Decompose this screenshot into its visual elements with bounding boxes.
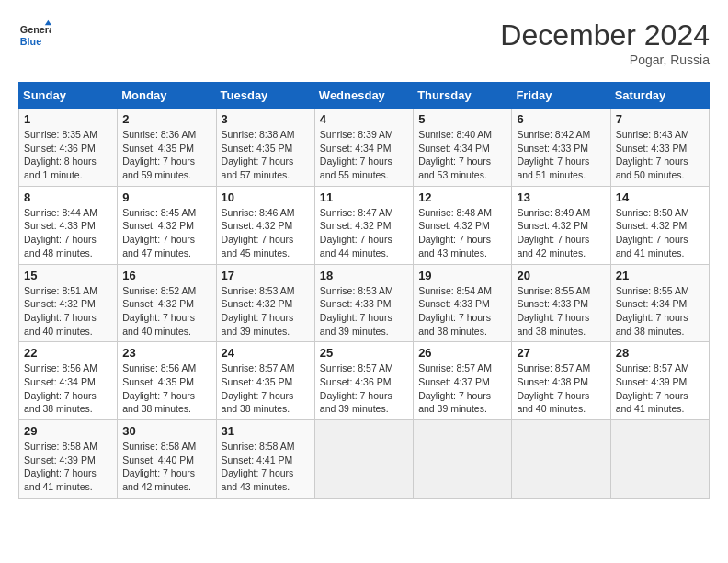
day-info: Sunrise: 8:58 AMSunset: 4:40 PMDaylight:… [122,440,210,494]
calendar-cell: 8Sunrise: 8:44 AMSunset: 4:33 PMDaylight… [19,186,118,264]
calendar-week-4: 22Sunrise: 8:56 AMSunset: 4:34 PMDayligh… [19,342,710,420]
day-number: 6 [517,112,605,126]
day-info: Sunrise: 8:35 AMSunset: 4:36 PMDaylight:… [24,128,112,182]
day-number: 18 [320,269,408,282]
calendar-cell: 26Sunrise: 8:57 AMSunset: 4:37 PMDayligh… [414,342,512,420]
svg-text:Blue: Blue [20,36,41,47]
calendar-cell: 2Sunrise: 8:36 AMSunset: 4:35 PMDaylight… [118,109,216,187]
page-title: December 2024 [500,18,710,52]
calendar-cell: 5Sunrise: 8:40 AMSunset: 4:34 PMDaylight… [414,109,512,187]
calendar-cell: 22Sunrise: 8:56 AMSunset: 4:34 PMDayligh… [19,342,118,420]
calendar-cell: 29Sunrise: 8:58 AMSunset: 4:39 PMDayligh… [19,420,118,499]
day-number: 16 [122,269,210,282]
day-info: Sunrise: 8:57 AMSunset: 4:35 PMDaylight:… [222,362,310,416]
day-info: Sunrise: 8:50 AMSunset: 4:32 PMDaylight:… [616,206,704,260]
calendar-week-1: 1Sunrise: 8:35 AMSunset: 4:36 PMDaylight… [19,109,710,187]
day-info: Sunrise: 8:55 AMSunset: 4:34 PMDaylight:… [616,284,704,339]
day-number: 11 [320,190,408,204]
day-header-saturday: Saturday [610,83,709,109]
day-number: 13 [517,190,605,204]
day-number: 19 [418,269,506,282]
day-info: Sunrise: 8:57 AMSunset: 4:36 PMDaylight:… [320,362,408,416]
day-info: Sunrise: 8:43 AMSunset: 4:33 PMDaylight:… [616,128,704,182]
day-number: 23 [122,346,210,360]
calendar-cell [314,420,413,499]
calendar-cell: 28Sunrise: 8:57 AMSunset: 4:39 PMDayligh… [610,342,709,420]
day-info: Sunrise: 8:40 AMSunset: 4:34 PMDaylight:… [418,128,506,182]
day-info: Sunrise: 8:47 AMSunset: 4:32 PMDaylight:… [320,206,408,260]
day-number: 10 [222,190,310,204]
day-info: Sunrise: 8:39 AMSunset: 4:34 PMDaylight:… [320,128,408,182]
calendar-cell: 12Sunrise: 8:48 AMSunset: 4:32 PMDayligh… [414,186,512,264]
day-info: Sunrise: 8:57 AMSunset: 4:39 PMDaylight:… [616,362,704,416]
calendar-cell: 9Sunrise: 8:45 AMSunset: 4:32 PMDaylight… [118,186,216,264]
day-info: Sunrise: 8:42 AMSunset: 4:33 PMDaylight:… [517,128,605,182]
calendar-cell: 24Sunrise: 8:57 AMSunset: 4:35 PMDayligh… [216,342,314,420]
day-number: 22 [24,346,112,360]
calendar-cell: 1Sunrise: 8:35 AMSunset: 4:36 PMDaylight… [19,109,118,187]
day-number: 24 [222,346,310,360]
day-info: Sunrise: 8:52 AMSunset: 4:32 PMDaylight:… [122,284,210,339]
page-header: General Blue December 2024 Pogar, Russia [18,18,710,67]
day-info: Sunrise: 8:53 AMSunset: 4:33 PMDaylight:… [320,284,408,339]
day-number: 12 [418,190,506,204]
calendar-cell: 27Sunrise: 8:57 AMSunset: 4:38 PMDayligh… [512,342,610,420]
page-subtitle: Pogar, Russia [500,52,710,67]
day-info: Sunrise: 8:56 AMSunset: 4:35 PMDaylight:… [122,362,210,416]
calendar-week-5: 29Sunrise: 8:58 AMSunset: 4:39 PMDayligh… [19,420,710,499]
day-number: 5 [418,112,506,126]
day-info: Sunrise: 8:36 AMSunset: 4:35 PMDaylight:… [122,128,210,182]
day-number: 21 [616,269,704,282]
calendar-cell: 7Sunrise: 8:43 AMSunset: 4:33 PMDaylight… [610,109,709,187]
day-info: Sunrise: 8:58 AMSunset: 4:39 PMDaylight:… [24,440,112,494]
calendar-cell: 14Sunrise: 8:50 AMSunset: 4:32 PMDayligh… [610,186,709,264]
day-info: Sunrise: 8:38 AMSunset: 4:35 PMDaylight:… [222,128,310,182]
calendar-cell: 18Sunrise: 8:53 AMSunset: 4:33 PMDayligh… [314,264,413,342]
calendar-cell: 17Sunrise: 8:53 AMSunset: 4:32 PMDayligh… [216,264,314,342]
day-info: Sunrise: 8:46 AMSunset: 4:32 PMDaylight:… [222,206,310,260]
day-info: Sunrise: 8:45 AMSunset: 4:32 PMDaylight:… [122,206,210,260]
day-header-thursday: Thursday [414,83,512,109]
calendar-cell [414,420,512,499]
svg-marker-2 [45,20,51,25]
calendar-cell: 13Sunrise: 8:49 AMSunset: 4:32 PMDayligh… [512,186,610,264]
day-number: 15 [24,269,112,282]
calendar-cell: 23Sunrise: 8:56 AMSunset: 4:35 PMDayligh… [118,342,216,420]
svg-text:General: General [20,24,51,35]
day-number: 1 [24,112,112,126]
day-header-monday: Monday [118,83,216,109]
day-number: 3 [222,112,310,126]
calendar-week-2: 8Sunrise: 8:44 AMSunset: 4:33 PMDaylight… [19,186,710,264]
calendar-header-row: SundayMondayTuesdayWednesdayThursdayFrid… [19,83,710,109]
day-info: Sunrise: 8:44 AMSunset: 4:33 PMDaylight:… [24,206,112,260]
day-number: 29 [24,424,112,438]
day-number: 8 [24,190,112,204]
day-number: 17 [222,269,310,282]
calendar-cell [512,420,610,499]
calendar-cell: 21Sunrise: 8:55 AMSunset: 4:34 PMDayligh… [610,264,709,342]
calendar-cell: 4Sunrise: 8:39 AMSunset: 4:34 PMDaylight… [314,109,413,187]
calendar-cell: 6Sunrise: 8:42 AMSunset: 4:33 PMDaylight… [512,109,610,187]
day-info: Sunrise: 8:58 AMSunset: 4:41 PMDaylight:… [222,440,310,494]
day-number: 25 [320,346,408,360]
day-number: 30 [122,424,210,438]
calendar-week-3: 15Sunrise: 8:51 AMSunset: 4:32 PMDayligh… [19,264,710,342]
day-info: Sunrise: 8:53 AMSunset: 4:32 PMDaylight:… [222,284,310,339]
day-info: Sunrise: 8:48 AMSunset: 4:32 PMDaylight:… [418,206,506,260]
calendar-cell: 20Sunrise: 8:55 AMSunset: 4:33 PMDayligh… [512,264,610,342]
calendar-cell: 15Sunrise: 8:51 AMSunset: 4:32 PMDayligh… [19,264,118,342]
day-number: 14 [616,190,704,204]
logo: General Blue [18,18,51,52]
day-number: 26 [418,346,506,360]
day-number: 2 [122,112,210,126]
title-block: December 2024 Pogar, Russia [500,18,710,67]
day-info: Sunrise: 8:49 AMSunset: 4:32 PMDaylight:… [517,206,605,260]
calendar-cell: 3Sunrise: 8:38 AMSunset: 4:35 PMDaylight… [216,109,314,187]
day-header-tuesday: Tuesday [216,83,314,109]
day-header-sunday: Sunday [19,83,118,109]
day-number: 28 [616,346,704,360]
day-number: 20 [517,269,605,282]
calendar-cell [610,420,709,499]
day-info: Sunrise: 8:55 AMSunset: 4:33 PMDaylight:… [517,284,605,339]
calendar-table: SundayMondayTuesdayWednesdayThursdayFrid… [18,82,710,499]
